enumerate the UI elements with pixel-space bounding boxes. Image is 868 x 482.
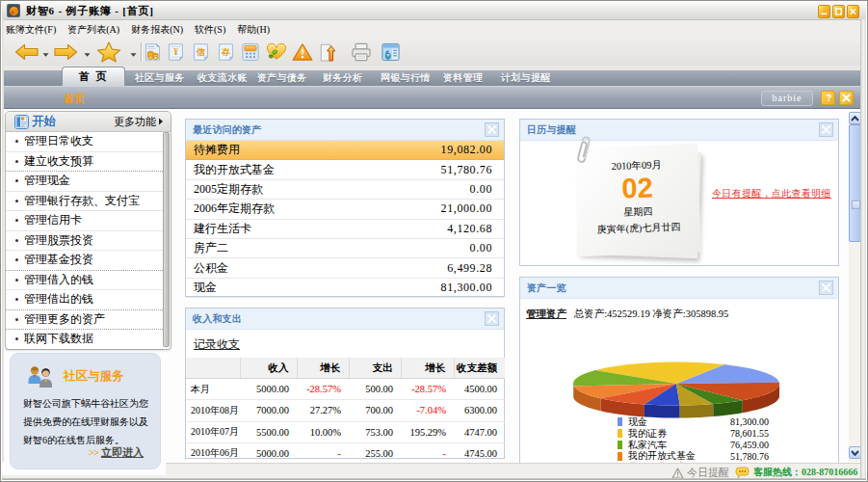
toolbar: ¥信存 [2,39,866,67]
recent-assets-close-icon[interactable] [485,122,499,137]
favorites-button[interactable] [95,41,122,63]
double-chevron-icon: >> [89,446,99,458]
tab-analysis[interactable]: 财务分析 [323,70,362,85]
assets-overview-close-icon[interactable] [819,281,833,295]
sidebar-item-label: 管理基金投资 [24,252,93,268]
forward-button[interactable] [53,43,78,61]
sidebar-item[interactable]: 建立收支预算 [6,152,163,173]
asset-row[interactable]: 现金81,300.00 [186,279,504,298]
ie-row[interactable]: 2010年06月5000.00-255.00-4745.00 [186,442,505,464]
alert-button[interactable] [292,43,313,62]
window-frame-right [860,19,866,478]
print-button[interactable] [351,42,372,62]
net-assets: 净资产:305898.95 [652,308,728,319]
income-expense-panel: 收入和支出 记录收支 收入增长支出增长收支差额 本月5000.00-28.57%… [185,308,505,459]
menu-help[interactable]: 帮助(H) [237,21,270,39]
panel-header: 资产一览 [520,278,838,299]
tab-cashflow[interactable]: 收支流水账 [197,70,248,85]
sidebar-item[interactable]: 管理信用卡 [6,211,163,231]
ie-row[interactable]: 2010年08月7000.0027.27%700.00-7.04%6300.00 [186,400,505,421]
asset-row[interactable]: 房产二0.00 [186,239,504,258]
income-expense-title: 收入和支出 [193,312,242,326]
sidebar-item-label: 管理银行存款、支付宝 [24,193,140,209]
wish-heart-button[interactable] [266,42,287,62]
asset-name: 公积金 [194,260,228,277]
asset-row[interactable]: 建行生活卡4,120.68 [186,220,504,239]
asset-row[interactable]: 2005定期存款0.00 [186,180,504,200]
cash-button[interactable]: ¥ [167,43,185,62]
more-functions-link[interactable]: 更多功能 [114,115,164,129]
deposit-button[interactable]: 存 [217,43,235,62]
sidebar-item[interactable]: 管理更多的资产 [6,310,163,331]
sidebar-item[interactable]: 管理日常收支 [6,132,163,152]
asset-name: 房产二 [194,240,228,256]
minimize-button[interactable] [818,5,830,18]
sidebar-item[interactable]: 管理银行存款、支付宝 [6,192,163,212]
assets-overview-panel: 资产一览 管理资产 总资产:452529.19 净资产:305898.95 现金… [519,277,839,464]
sidebar-scrollbar-thumb[interactable] [163,132,170,347]
asset-row[interactable]: 我的开放式基金51,780.76 [186,160,504,179]
asset-row[interactable]: 待摊费用19,082.00 [186,141,504,160]
menu-asset-list[interactable]: 资产列表(A) [67,21,119,39]
bullet-icon [15,337,18,340]
ie-expense-growth: -28.57% [401,379,454,400]
community-enter-link[interactable]: >> 立即进入 [89,445,144,460]
panel-settings-button[interactable] [381,43,400,62]
ie-row[interactable]: 本月5000.00-28.57%500.00-28.57%4500.00 [186,379,505,400]
sidebar-scrollbar[interactable] [163,132,170,347]
sidebar-item[interactable]: 管理借出的钱 [6,290,163,310]
help-button[interactable] [821,91,835,105]
legend-swatch-icon [618,452,622,461]
reminder-link[interactable]: 今日有提醒，点此查看明细 [712,187,831,201]
bullet-icon [15,179,18,182]
user-button[interactable]: barbie [761,91,813,106]
tab-assets-liabilities[interactable]: 资产与债务 [257,70,307,85]
menu-reports[interactable]: 财务报表(N) [131,21,183,39]
bullet-icon [15,298,18,301]
asset-value: 51,780.76 [441,163,492,177]
maximize-button[interactable] [832,5,845,18]
favorites-dropdown-icon[interactable] [130,53,137,58]
ie-row[interactable]: 2010年07月5500.0010.00%753.00195.29%4747.0… [186,421,505,442]
sidebar-item[interactable]: 管理股票投资 [6,231,163,252]
export-button[interactable] [319,42,338,62]
sidebar-item-label: 建立收支预算 [24,153,93,170]
sidebar-item[interactable]: 管理现金 [6,172,163,192]
ie-period: 本月 [186,379,240,400]
close-button[interactable] [847,5,859,18]
credit-button[interactable]: 信 [192,43,210,62]
record-income-expense-link[interactable]: 记录收支 [194,336,240,353]
total-assets: 总资产:452529.19 [574,308,650,319]
sidebar-item[interactable]: 管理基金投资 [6,251,163,271]
account-report-button[interactable] [144,43,162,62]
enter-now-link[interactable]: 立即进入 [101,446,144,458]
ie-balance: 6300.00 [454,400,505,421]
income-expense-close-icon[interactable] [485,311,499,326]
asset-row[interactable]: 2006年定期存款21,000.00 [186,200,504,219]
menu-bar: 账簿文件(F) 资产列表(A) 财务报表(N) 软件(S) 帮助(H) [2,20,866,39]
asset-row[interactable]: 公积金6,499.28 [186,258,504,278]
subbar-close-button[interactable] [839,91,854,105]
ie-col-header [186,358,240,379]
bullet-icon [15,219,18,222]
tab-plans[interactable]: 计划与提醒 [501,70,551,85]
sidebar-item[interactable]: 管理借入的钱 [6,271,163,291]
asset-name: 2006年定期存款 [194,201,275,217]
manage-assets-link[interactable]: 管理资产 [526,308,566,319]
ie-col-header: 收支差额 [454,358,505,379]
sidebar-item[interactable]: 联网下载数据 [6,330,163,350]
tab-banking[interactable]: 网银与行情 [381,70,431,85]
calculator-button[interactable] [242,43,259,62]
sidebar-item-label: 管理信用卡 [24,212,82,228]
svg-text:信: 信 [196,47,205,57]
menu-file[interactable]: 账簿文件(F) [6,21,56,39]
sidebar-item-label: 管理日常收支 [24,133,93,149]
ie-period: 2010年08月 [186,400,240,421]
calendar-close-icon[interactable] [819,122,833,137]
back-button[interactable] [14,43,39,61]
back-dropdown-icon[interactable] [42,53,49,58]
menu-software[interactable]: 软件(S) [195,21,225,39]
forward-dropdown-icon[interactable] [84,53,91,58]
tab-profiles[interactable]: 资料管理 [443,70,483,85]
tab-community[interactable]: 社区与服务 [135,70,185,85]
